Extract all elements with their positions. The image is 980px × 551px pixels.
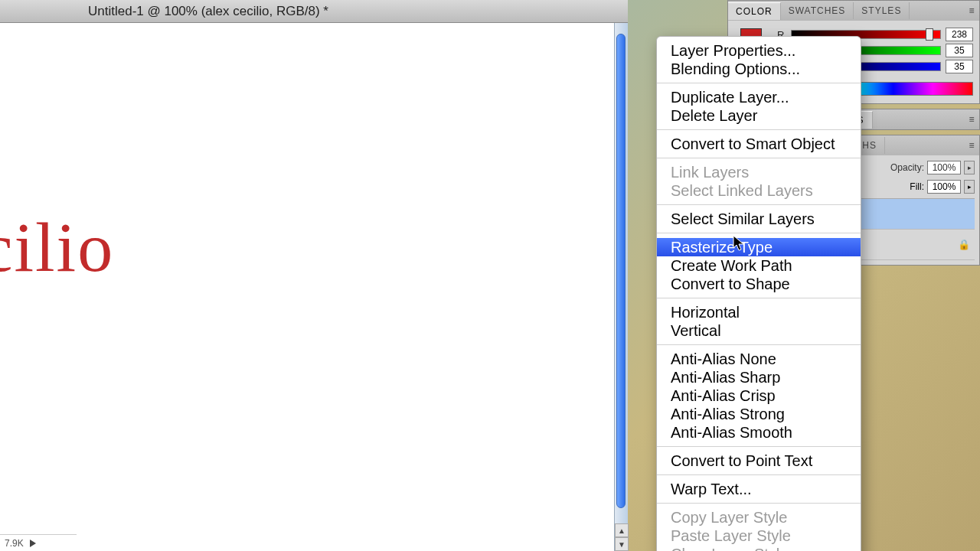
- canvas-area: cecilio ▲ ▼: [0, 23, 628, 551]
- fill-stepper[interactable]: ▸: [964, 180, 975, 194]
- document-footer: 7.9K: [0, 534, 77, 551]
- opacity-input[interactable]: 100%: [927, 161, 961, 174]
- menu-item-delete_layer[interactable]: Delete Layer: [657, 106, 861, 125]
- menu-separator: [657, 204, 861, 205]
- document-title: Untitled-1 @ 100% (alex cecilio, RGB/8) …: [88, 4, 328, 19]
- menu-item-vertical[interactable]: Vertical: [657, 321, 861, 340]
- menu-item-warp_text[interactable]: Warp Text...: [657, 480, 861, 498]
- play-icon[interactable]: [30, 540, 36, 547]
- scroll-up-icon[interactable]: ▲: [615, 523, 629, 537]
- menu-separator: [657, 129, 861, 130]
- layer-context-menu[interactable]: Layer Properties...Blending Options...Du…: [656, 36, 861, 551]
- menu-item-blending_options[interactable]: Blending Options...: [657, 60, 861, 78]
- r-value[interactable]: 238: [946, 28, 973, 41]
- menu-item-horizontal[interactable]: Horizontal: [657, 303, 861, 321]
- menu-item-select_linked: Select Linked Layers: [657, 181, 861, 200]
- footer-zoom: 7.9K: [5, 538, 24, 549]
- menu-item-select_similar[interactable]: Select Similar Layers: [657, 210, 861, 228]
- opacity-stepper[interactable]: ▸: [964, 161, 975, 174]
- document-titlebar[interactable]: Untitled-1 @ 100% (alex cecilio, RGB/8) …: [0, 0, 628, 23]
- menu-item-convert_smart[interactable]: Convert to Smart Object: [657, 135, 861, 153]
- vertical-scrollbar-thumb[interactable]: [616, 34, 626, 508]
- menu-item-aa_strong[interactable]: Anti-Alias Strong: [657, 405, 861, 423]
- menu-item-convert_shape[interactable]: Convert to Shape: [657, 275, 861, 293]
- menu-item-clear_layer_style: Clear Layer Style: [657, 545, 861, 551]
- vertical-scrollbar[interactable]: ▲ ▼: [614, 23, 628, 551]
- tab-swatches[interactable]: SWATCHES: [781, 2, 854, 19]
- canvas[interactable]: cecilio: [0, 23, 614, 551]
- opacity-label: Opacity:: [890, 162, 924, 173]
- menu-item-aa_sharp[interactable]: Anti-Alias Sharp: [657, 368, 861, 386]
- menu-item-create_work_path[interactable]: Create Work Path: [657, 256, 861, 275]
- menu-item-rasterize_type[interactable]: Rasterize Type: [657, 238, 861, 256]
- menu-item-duplicate_layer[interactable]: Duplicate Layer...: [657, 88, 861, 106]
- menu-separator: [657, 446, 861, 447]
- scroll-down-icon[interactable]: ▼: [615, 537, 629, 551]
- fill-label: Fill:: [910, 181, 924, 192]
- menu-item-convert_point_text[interactable]: Convert to Point Text: [657, 452, 861, 470]
- panel-flyout-icon[interactable]: ≡: [964, 3, 979, 18]
- menu-item-aa_none[interactable]: Anti-Alias None: [657, 350, 861, 368]
- menu-separator: [657, 158, 861, 158]
- fill-input[interactable]: 100%: [927, 180, 961, 194]
- canvas-text-layer[interactable]: cecilio: [0, 207, 114, 288]
- menu-item-aa_smooth[interactable]: Anti-Alias Smooth: [657, 423, 861, 442]
- menu-separator: [657, 233, 861, 233]
- menu-separator: [657, 298, 861, 298]
- color-panel-tabs: COLOR SWATCHES STYLES ≡: [728, 1, 979, 21]
- r-slider-thumb[interactable]: [926, 28, 933, 41]
- layer-lock-icon: 🔒: [958, 239, 970, 250]
- tab-styles[interactable]: STYLES: [854, 2, 910, 19]
- menu-separator: [657, 474, 861, 475]
- document-window: Untitled-1 @ 100% (alex cecilio, RGB/8) …: [0, 0, 628, 551]
- menu-item-aa_crisp[interactable]: Anti-Alias Crisp: [657, 386, 861, 405]
- menu-item-copy_layer_style: Copy Layer Style: [657, 508, 861, 527]
- tab-color[interactable]: COLOR: [728, 2, 781, 20]
- menu-item-layer_properties[interactable]: Layer Properties...: [657, 41, 861, 60]
- menu-item-link_layers: Link Layers: [657, 163, 861, 181]
- b-value[interactable]: 35: [946, 60, 973, 73]
- g-value[interactable]: 35: [946, 44, 973, 57]
- menu-item-paste_layer_style: Paste Layer Style: [657, 527, 861, 545]
- layers-flyout-icon[interactable]: ≡: [964, 138, 979, 153]
- masks-flyout-icon[interactable]: ≡: [964, 112, 979, 127]
- menu-separator: [657, 83, 861, 83]
- menu-separator: [657, 344, 861, 345]
- menu-separator: [657, 503, 861, 504]
